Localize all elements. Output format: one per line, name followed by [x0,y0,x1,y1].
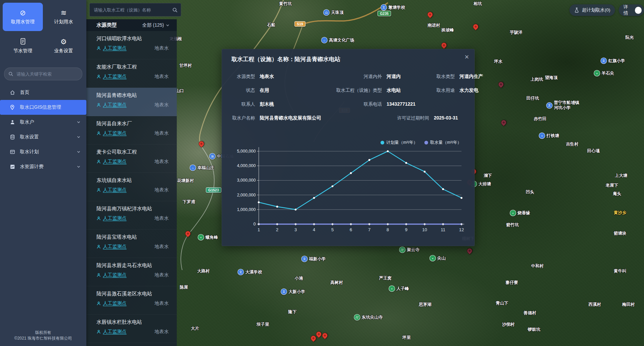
monitor-type-link[interactable]: 人工监测点 [96,272,127,278]
monitor-type-link[interactable]: 人工监测点 [96,102,127,108]
poi-blue-icon: 文 [237,269,244,275]
station-name: 水唇镇水栏肚水电站 [96,319,169,325]
chevron-down-icon [77,135,80,139]
map-poi-marker[interactable]: •羊石尖 [594,70,614,77]
map-place-label: 青山下 [496,301,508,306]
sidebar-menu: 首页 取水口GIS信息管理 取水户 取水设置 [0,85,86,174]
map-poi-marker[interactable]: ⌂幸福山庄 [190,165,214,171]
station-list-item[interactable]: 水唇镇水栏肚水电站人工监测点地表水 [86,315,177,343]
water-source-type: 地表水 [155,300,169,307]
road-shield-badge: S19 [295,21,306,27]
field-row: 状态在用取水工程（设施）类型水电站取水用途水力发电 [231,87,468,94]
person-icon [96,244,101,249]
search-icon[interactable] [172,7,177,12]
monitor-type-link[interactable]: 人工监测点 [96,45,127,51]
field-label: 取水用途 [419,87,459,94]
person-icon [96,131,101,136]
map-poi-marker[interactable]: •尖山 [429,255,446,262]
station-list-item[interactable]: 陆河县激石溪老区水电站人工监测点地表水 [86,286,177,315]
monitor-type-link[interactable]: 人工监测点 [96,74,127,80]
plan-card-icon [9,149,15,155]
station-name: 陆河县激石溪老区水电站 [96,290,169,297]
menu-water-intake-settings[interactable]: 取水设置 [0,130,86,144]
station-list-item[interactable]: 陆河县南万镇杞洋水电站人工监测点地表水 [86,201,177,230]
filter-dropdown[interactable]: 全部 (125) [142,22,164,28]
menu-water-intake-plan[interactable]: 取水计划 [0,144,86,159]
map-poi-label: 红旗小学 [608,58,625,63]
map-poi-label: 高塘文化广场 [329,38,354,43]
map-place-label: 山口 [176,88,184,94]
station-list-item[interactable]: 陆河县水唇走马石水电站人工监测点地表水 [86,258,177,286]
monitor-type-link[interactable]: 人工监测点 [96,329,127,335]
poi-blue-icon: 文 [600,58,607,64]
map-poi-marker[interactable]: 卍东坑尖山寺 [354,314,383,321]
station-list-item[interactable]: 东坑镇自来水站人工监测点地表水 [86,173,177,201]
road-shield-badge: G235 [377,11,391,16]
map-poi-marker[interactable]: 文红旗小学 [600,58,625,64]
map-poi-marker[interactable]: •人子峰 [389,286,409,292]
monitor-type-link[interactable]: 人工监测点 [96,130,127,136]
station-list-item[interactable]: 河口镇唱歌潭水电站人工监测点地表水 [86,31,177,59]
station-list-item[interactable]: 麦卡公司取水工程人工监测点地表水 [86,144,177,173]
map-place-label: 凹头 [526,190,534,195]
person-icon [96,46,101,51]
menu-water-intake-users[interactable]: 取水户 [0,115,86,130]
poi-green-icon: 卍 [354,314,360,321]
map-place-label: 隆下 [288,310,297,315]
water-source-type: 地表水 [155,244,169,250]
station-name: 麦卡公司取水工程 [96,149,169,155]
map-poi-marker[interactable]: 文普宁市船埔镇 河坑小学 [546,100,579,110]
menu-water-resource-billing[interactable]: 水资源计费 [0,159,86,174]
station-list-item[interactable]: 友能水厂取水工程人工监测点地表水 [86,59,177,88]
detail-toggle-knob[interactable] [635,7,642,14]
monitor-type-link[interactable]: 人工监测点 [96,215,127,221]
close-icon[interactable]: × [465,53,469,61]
poi-green-icon: • [389,286,395,292]
map-poi-marker[interactable]: ⌂高塘文化广场 [321,37,354,44]
station-detail-modal: 取水工程（设施）名称：陆河县青磜水电站 × 水源类型地表水河道内外河道内取水类型… [222,49,475,246]
map-place-label: 望海顶 [545,75,558,81]
station-search-input[interactable] [93,7,170,13]
map-poi-marker[interactable]: •烧香缘 [510,210,530,216]
svg-text:3: 3 [295,227,297,232]
over-plan-intake-button[interactable]: 超计划取水(0) [569,4,615,16]
field-value: 水力发电 [459,87,478,94]
map-poi-marker[interactable]: 卍聚云寺 [399,247,420,253]
map-place-label: 花塘新村 [177,178,194,184]
poi-blue-icon: 文 [381,4,387,11]
station-list-item[interactable]: 陆河县自来水厂人工监测点地表水 [86,116,177,144]
sidebar-search-input[interactable] [16,71,78,77]
monitor-type-link[interactable]: 人工监测点 [96,244,127,250]
map-poi-marker[interactable]: 文墩塘学校 [381,4,405,11]
monitor-type-link[interactable]: 人工监测点 [96,159,127,165]
person-icon [96,301,101,306]
module-water-intake-management[interactable]: ⊘ 取用水管理 [3,3,43,31]
field-label: 取水户名称 [231,115,260,121]
sidebar-search[interactable] [4,68,82,80]
legend-entry[interactable]: 计划量（m³/年） [381,140,418,145]
person-icon [96,159,101,164]
monitor-type-link[interactable]: 人工监测点 [96,187,127,193]
map-poi-marker[interactable]: 文福新小学 [301,256,326,262]
module-business-settings[interactable]: ⚙ 业务设置 [44,32,84,60]
station-list-item[interactable]: 陆河县青磜水电站人工监测点地表水 [86,88,177,116]
menu-home[interactable]: 首页 [0,85,86,100]
poi-green-icon: • [594,70,600,77]
map-poi-marker[interactable]: 文大新小学 [281,289,305,295]
water-source-type: 地表水 [155,187,169,193]
monitor-type-link[interactable]: 人工监测点 [96,300,127,307]
station-list-item[interactable]: 陆河县宝塔水电站人工监测点地表水 [86,230,177,258]
menu-gis-info-management[interactable]: 取水口GIS信息管理 [0,100,86,115]
map-poi-marker[interactable]: 文大溪学校 [237,269,262,275]
map-place-label: 南进村 [427,23,440,28]
legend-entry[interactable]: 取水量（m³/年） [424,140,461,145]
chevron-down-icon[interactable] [166,24,169,27]
flask-icon [574,7,579,13]
map-poi-marker[interactable]: 山天珠顶 [323,9,344,16]
module-water-saving-management[interactable]: 节水管理 [3,32,43,60]
module-planned-water-use[interactable]: ≋ 计划用水 [44,3,84,31]
station-search[interactable] [89,3,181,17]
map-poi-marker[interactable]: •打铁塘 [539,133,559,139]
detail-toggle-pill[interactable]: 详情 [619,4,644,16]
map-poi-marker[interactable]: •螺角峰 [198,234,218,241]
